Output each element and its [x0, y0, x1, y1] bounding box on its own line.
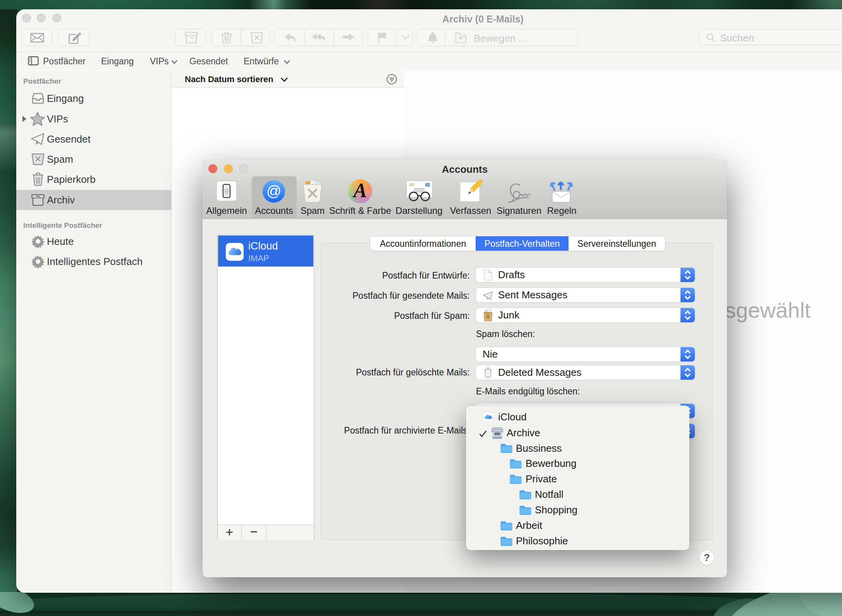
svg-text:@: @ — [266, 183, 282, 199]
svg-text:A: A — [352, 179, 367, 201]
